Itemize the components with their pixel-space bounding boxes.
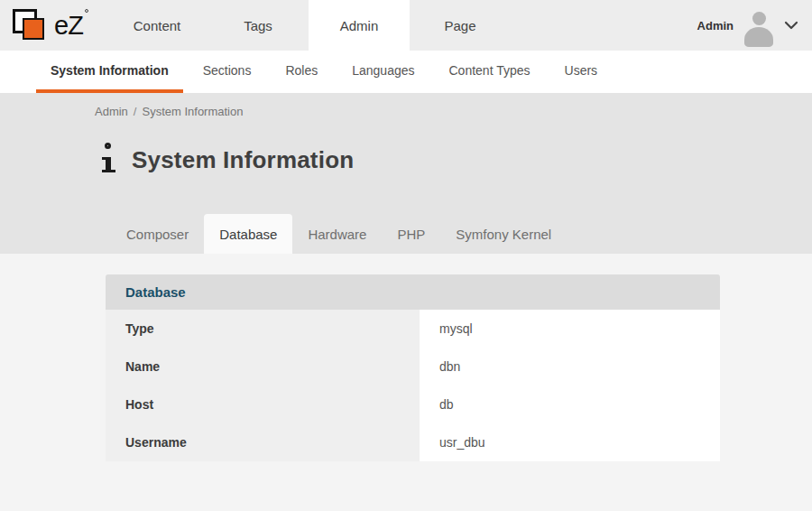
breadcrumb: Admin/System Information xyxy=(0,93,812,118)
topbar-item-admin[interactable]: Admin xyxy=(309,0,410,51)
page-heading: System Information xyxy=(102,142,812,178)
row-value-type: mysql xyxy=(420,310,720,348)
tab-composer[interactable]: Composer xyxy=(111,214,204,254)
tab-symfony-kernel[interactable]: Symfony Kernel xyxy=(440,214,567,254)
breadcrumb-separator: / xyxy=(134,105,137,118)
row-value-name: dbn xyxy=(420,348,720,386)
subnav-item-roles[interactable]: Roles xyxy=(271,51,332,93)
table-row: Username usr_dbu xyxy=(106,423,720,461)
row-label-type: Type xyxy=(106,310,420,348)
breadcrumb-item-admin[interactable]: Admin xyxy=(95,105,128,118)
topbar: eZ Content Tags Admin Page Admin xyxy=(0,0,812,51)
subnav-item-languages[interactable]: Languages xyxy=(337,51,429,93)
chevron-down-icon xyxy=(784,21,798,30)
ez-logo-orange-square xyxy=(23,18,44,40)
user-menu[interactable]: Admin xyxy=(697,0,812,51)
table-row: Name dbn xyxy=(106,348,720,386)
tab-hardware[interactable]: Hardware xyxy=(292,214,382,254)
row-label-name: Name xyxy=(106,348,420,386)
tab-database[interactable]: Database xyxy=(204,214,292,254)
topbar-item-content[interactable]: Content xyxy=(106,0,208,51)
page-title: System Information xyxy=(132,146,354,174)
row-label-host: Host xyxy=(106,386,420,423)
admin-subnav: System Information Sections Roles Langua… xyxy=(0,51,812,93)
subnav-item-sections[interactable]: Sections xyxy=(189,51,266,93)
row-value-username: usr_dbu xyxy=(420,423,720,461)
page-header-region: Admin/System Information System Informat… xyxy=(0,93,812,254)
user-avatar-icon xyxy=(743,9,774,42)
row-label-username: Username xyxy=(106,423,420,461)
system-info-tabs: Composer Database Hardware PHP Symfony K… xyxy=(111,214,567,254)
ez-logo[interactable]: eZ xyxy=(0,0,106,51)
ez-logo-icon xyxy=(13,5,60,45)
registered-mark-icon xyxy=(85,9,88,13)
breadcrumb-item-system-information[interactable]: System Information xyxy=(142,105,243,118)
database-info-table: Database Type mysql Name dbn Host db Use… xyxy=(106,274,720,461)
topbar-item-tags[interactable]: Tags xyxy=(208,0,309,51)
tab-php[interactable]: PHP xyxy=(382,214,440,254)
subnav-item-system-information[interactable]: System Information xyxy=(36,51,183,93)
table-header: Database xyxy=(106,274,720,310)
subnav-item-content-types[interactable]: Content Types xyxy=(435,51,545,93)
tab-content-area: Database Type mysql Name dbn Host db Use… xyxy=(0,254,812,461)
table-row: Host db xyxy=(106,386,720,423)
topbar-nav: Content Tags Admin Page xyxy=(106,0,511,51)
user-name-label: Admin xyxy=(697,19,734,33)
subnav-item-users[interactable]: Users xyxy=(550,51,613,93)
info-icon xyxy=(102,142,119,178)
row-value-host: db xyxy=(420,386,720,423)
table-row: Type mysql xyxy=(106,310,720,348)
topbar-item-page[interactable]: Page xyxy=(410,0,511,51)
